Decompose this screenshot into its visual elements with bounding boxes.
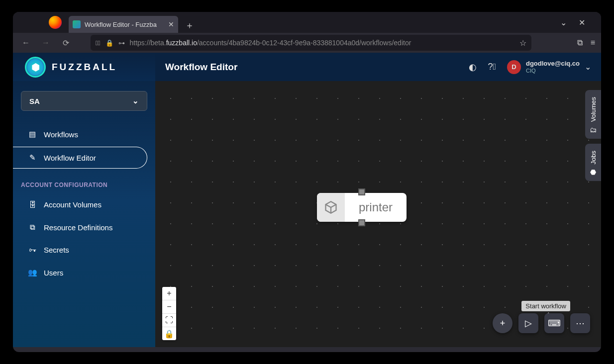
keyboard-shortcuts-button[interactable]: ⌨ (544, 313, 564, 333)
sidebar-item-label: Workflows (44, 130, 78, 139)
shield-icon[interactable]: ◯⃘ (96, 39, 101, 47)
sidebar-item-account-volumes[interactable]: 🗄 Account Volumes (21, 194, 147, 215)
sidebar-item-label: Account Volumes (44, 200, 102, 209)
window-close-icon[interactable]: ✕ (579, 18, 585, 27)
rail-tab-volumes[interactable]: Volumes 🗂 (585, 90, 601, 139)
jobs-icon: ⬣ (590, 168, 596, 176)
theme-toggle-icon[interactable]: ◐ (469, 62, 477, 73)
sidebar-item-secrets[interactable]: 🗝 Secrets (21, 240, 147, 260)
lock-icon[interactable]: 🔒 (105, 39, 113, 47)
chevron-down-icon: ⌄ (132, 96, 139, 105)
action-bar: + ▷ ⌨ ⋯ (493, 313, 590, 333)
sidebar-item-label: Secrets (44, 246, 69, 254)
users-icon: 👥 (28, 268, 37, 277)
url-bar[interactable]: ◯⃘ 🔒 ⊶ https://beta.fuzzball.io/accounts… (91, 35, 531, 51)
zoom-fit-button[interactable]: ⛶ (162, 314, 176, 327)
sidebar-item-workflow-editor[interactable]: ✎ Workflow Editor (13, 147, 147, 169)
account-selector-value: SA (29, 97, 40, 105)
sidebar-item-resource-definitions[interactable]: ⧉ Resource Definitions (21, 217, 147, 238)
rail-label: Volumes (590, 97, 597, 122)
start-workflow-button[interactable]: ▷ (518, 313, 538, 333)
user-org: CIQ (526, 68, 580, 74)
edit-icon: ✎ (28, 153, 37, 162)
zoom-controls: + − ⛶ 🔒 (162, 287, 176, 340)
app-header: ⬢ FUZZBALL Workflow Editor ◐ ?⃝ D dgodlo… (13, 53, 601, 81)
avatar: D (507, 60, 521, 74)
brand-text: FUZZBALL (52, 62, 117, 73)
nav-reload-icon[interactable]: ⟳ (59, 36, 73, 50)
node-label: printer (345, 200, 407, 214)
chevron-down-icon: ⌄ (585, 62, 591, 72)
user-email: dgodlove@ciq.co (526, 60, 580, 67)
nav-back-icon[interactable]: ← (19, 36, 33, 50)
browser-menu-icon[interactable]: ≡ (591, 38, 595, 47)
nav-forward-icon: → (39, 36, 53, 50)
list-icon: ▤ (28, 130, 37, 139)
page-title: Workflow Editor (165, 62, 237, 73)
rail-tab-jobs[interactable]: Jobs ⬣ (585, 144, 601, 181)
sidebar-item-workflows[interactable]: ▤ Workflows (21, 124, 147, 145)
brand[interactable]: ⬢ FUZZBALL (13, 53, 155, 81)
workflow-canvas[interactable]: printer + − ⛶ 🔒 Start workflow ⌖ + ▷ (155, 81, 601, 347)
browser-tab-strip: Workflow Editor - Fuzzba ✕ ＋ ⌄ ✕ (13, 12, 601, 33)
key-icon: 🗝 (28, 246, 37, 254)
rail-label: Jobs (590, 151, 597, 164)
extensions-icon[interactable]: ⧉ (577, 38, 583, 47)
add-job-button[interactable]: + (493, 313, 512, 333)
more-actions-button[interactable]: ⋯ (570, 313, 590, 333)
cube-icon (317, 193, 345, 222)
help-icon[interactable]: ?⃝ (488, 62, 496, 72)
url-path: /accounts/4ba9824b-0c12-43cf-9e9a-833881… (197, 39, 411, 47)
all-tabs-icon[interactable]: ⌄ (560, 18, 567, 27)
sidebar-item-label: Users (44, 269, 63, 277)
new-tab-button[interactable]: ＋ (182, 18, 197, 33)
permissions-icon[interactable]: ⊶ (118, 39, 125, 47)
firefox-icon (49, 16, 62, 29)
browser-toolbar: ← → ⟳ ◯⃘ 🔒 ⊶ https://beta.fuzzball.io/ac… (13, 33, 601, 53)
sidebar: SA ⌄ ▤ Workflows ✎ Workflow Editor ACCOU… (13, 53, 155, 347)
volumes-icon: 🗂 (590, 126, 597, 134)
user-menu[interactable]: D dgodlove@ciq.co CIQ ⌄ (507, 60, 591, 74)
database-icon: 🗄 (28, 200, 37, 209)
sidebar-item-label: Resource Definitions (44, 223, 112, 232)
brand-logo-icon: ⬢ (25, 57, 46, 78)
sidebar-item-label: Workflow Editor (44, 154, 96, 162)
right-rail: Volumes 🗂 Jobs ⬣ (585, 90, 601, 181)
tab-title: Workflow Editor - Fuzzba (85, 21, 164, 28)
bookmark-star-icon[interactable]: ☆ (519, 38, 526, 48)
favicon-icon (73, 20, 81, 28)
node-handle-top[interactable] (358, 188, 365, 195)
workflow-node-printer[interactable]: printer (317, 193, 407, 222)
sidebar-section-label: ACCOUNT CONFIGURATION (21, 182, 147, 188)
url-scheme: https://beta. (130, 39, 166, 47)
zoom-in-button[interactable]: + (162, 287, 176, 300)
tab-close-icon[interactable]: ✕ (168, 20, 174, 28)
account-selector[interactable]: SA ⌄ (21, 91, 147, 111)
zoom-lock-button[interactable]: 🔒 (162, 327, 176, 340)
node-handle-bottom[interactable] (358, 219, 365, 226)
sidebar-item-users[interactable]: 👥 Users (21, 262, 147, 283)
sitemap-icon: ⧉ (28, 223, 37, 232)
zoom-out-button[interactable]: − (162, 300, 176, 314)
url-host: fuzzball.io (166, 39, 197, 47)
browser-tab[interactable]: Workflow Editor - Fuzzba ✕ (69, 16, 178, 33)
